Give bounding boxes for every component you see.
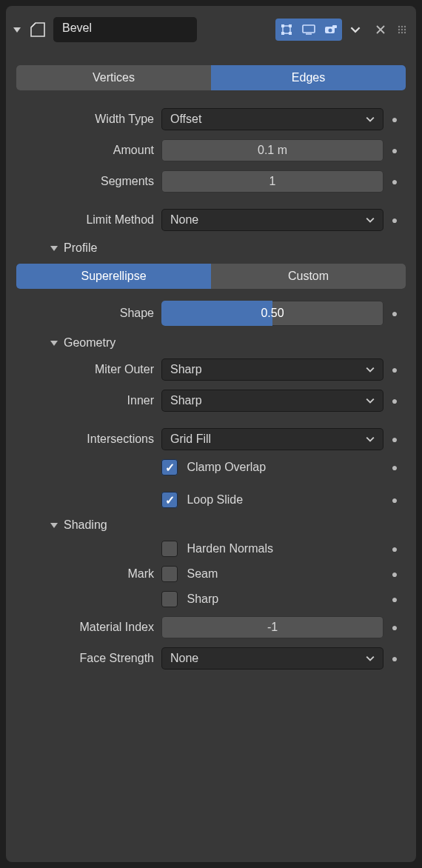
shading-section-header[interactable]: Shading	[16, 513, 406, 536]
clamp-overlap-checkbox[interactable]: ✓	[161, 459, 178, 475]
profile-section-label: Profile	[64, 241, 97, 255]
close-icon[interactable]	[373, 22, 388, 37]
chevron-down-icon	[366, 654, 375, 663]
decorator-dot[interactable]: ●	[384, 568, 406, 580]
decorator-dot[interactable]: ●	[384, 113, 406, 125]
svg-point-20	[404, 26, 406, 27]
width-type-value: Offset	[170, 113, 201, 126]
miter-inner-value: Sharp	[170, 394, 202, 407]
bevel-modifier-panel: Bevel	[6, 6, 416, 862]
profile-superellipse-option[interactable]: Superellipse	[16, 264, 211, 289]
svg-marker-27	[50, 246, 58, 251]
svg-point-26	[404, 32, 406, 33]
affect-mode-row: Vertices Edges	[16, 65, 406, 90]
modifier-bevel-icon	[27, 19, 49, 41]
svg-point-22	[401, 29, 403, 30]
harden-normals-label: Harden Normals	[187, 542, 272, 555]
miter-outer-select[interactable]: Sharp	[161, 358, 384, 381]
harden-normals-checkbox[interactable]	[161, 541, 178, 557]
width-type-select[interactable]: Offset	[161, 108, 384, 130]
geometry-section-header[interactable]: Geometry	[16, 330, 406, 354]
svg-marker-0	[13, 27, 21, 33]
svg-point-19	[401, 26, 403, 27]
decorator-dot[interactable]: ●	[384, 461, 406, 473]
decorator-dot[interactable]: ●	[384, 176, 406, 187]
mark-seam-label: Seam	[187, 567, 218, 581]
drag-handle-icon[interactable]	[397, 24, 410, 35]
display-editmode-icon[interactable]	[275, 19, 298, 41]
svg-point-21	[398, 29, 400, 30]
decorator-dot[interactable]: ●	[384, 364, 406, 375]
mark-sharp-label: Sharp	[187, 592, 218, 606]
mark-label: Mark	[16, 567, 161, 581]
loop-slide-label: Loop Slide	[187, 493, 243, 507]
face-strength-select[interactable]: None	[161, 647, 384, 670]
decorator-dot[interactable]: ●	[384, 433, 406, 445]
limit-method-label: Limit Method	[16, 213, 161, 227]
geometry-section-label: Geometry	[64, 336, 115, 350]
decorator-dot[interactable]: ●	[384, 543, 406, 555]
svg-rect-14	[332, 25, 337, 28]
chevron-down-icon	[366, 435, 375, 444]
svg-line-2	[31, 23, 36, 27]
affect-edges-option[interactable]: Edges	[211, 65, 406, 90]
shape-slider[interactable]: 0.50	[161, 301, 384, 326]
decorator-dot[interactable]: ●	[384, 593, 406, 605]
header-dropdown-icon[interactable]	[346, 19, 364, 41]
amount-label: Amount	[16, 144, 161, 157]
segments-field[interactable]: 1	[161, 170, 384, 193]
panel-header: Bevel	[6, 6, 416, 53]
mark-sharp-checkbox[interactable]	[161, 591, 178, 607]
disclosure-triangle-icon	[50, 339, 58, 347]
profile-section-header[interactable]: Profile	[16, 236, 406, 259]
miter-inner-label: Inner	[16, 394, 161, 407]
svg-rect-11	[303, 25, 315, 33]
chevron-down-icon	[366, 365, 375, 374]
svg-point-24	[398, 32, 400, 33]
decorator-dot[interactable]: ●	[384, 494, 406, 506]
shape-value: 0.50	[161, 301, 384, 326]
segments-label: Segments	[16, 175, 161, 188]
material-index-field[interactable]: -1	[161, 616, 384, 638]
display-realtime-icon[interactable]	[298, 19, 320, 41]
affect-segmented-control: Vertices Edges	[16, 65, 406, 90]
disclosure-triangle-icon	[50, 521, 58, 529]
display-toggle-group	[275, 19, 342, 41]
face-strength-value: None	[170, 652, 198, 665]
disclosure-triangle-icon	[50, 244, 58, 252]
miter-inner-select[interactable]: Sharp	[161, 390, 384, 412]
svg-rect-6	[289, 32, 292, 35]
shading-section-label: Shading	[64, 518, 107, 532]
decorator-dot[interactable]: ●	[384, 214, 406, 226]
amount-field[interactable]: 0.1 m	[161, 139, 384, 161]
material-index-label: Material Index	[16, 621, 161, 634]
svg-marker-29	[50, 523, 58, 528]
collapse-toggle-icon[interactable]	[12, 26, 22, 33]
decorator-dot[interactable]: ●	[384, 144, 406, 156]
decorator-dot[interactable]: ●	[384, 652, 406, 664]
miter-outer-value: Sharp	[170, 363, 202, 376]
chevron-down-icon	[366, 396, 375, 405]
face-strength-label: Face Strength	[16, 652, 161, 665]
affect-vertices-option[interactable]: Vertices	[16, 65, 211, 90]
profile-custom-option[interactable]: Custom	[211, 264, 406, 289]
loop-slide-checkbox[interactable]: ✓	[161, 492, 178, 508]
svg-point-15	[329, 29, 332, 33]
mark-seam-checkbox[interactable]	[161, 566, 178, 582]
svg-marker-28	[50, 341, 58, 346]
intersections-select[interactable]: Grid Fill	[161, 428, 384, 450]
svg-rect-3	[281, 24, 284, 27]
display-render-icon[interactable]	[320, 19, 342, 41]
svg-rect-4	[281, 32, 284, 35]
limit-method-select[interactable]: None	[161, 209, 384, 231]
intersections-label: Intersections	[16, 433, 161, 446]
decorator-dot[interactable]: ●	[384, 307, 406, 319]
decorator-dot[interactable]: ●	[384, 395, 406, 407]
chevron-down-icon	[366, 115, 375, 124]
modifier-name-field[interactable]: Bevel	[53, 17, 197, 42]
miter-outer-label: Miter Outer	[16, 363, 161, 376]
decorator-dot[interactable]: ●	[384, 621, 406, 633]
svg-point-18	[398, 26, 400, 27]
shape-label: Shape	[16, 307, 161, 320]
profile-type-segmented: Superellipse Custom	[16, 264, 406, 289]
